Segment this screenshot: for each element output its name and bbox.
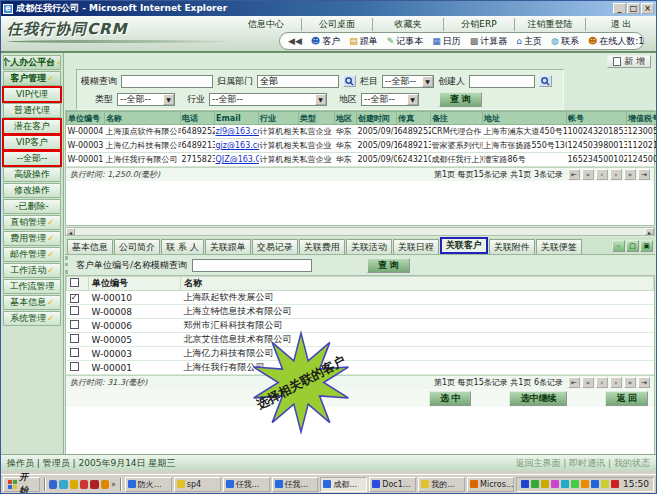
row-checkbox[interactable] [70,362,79,371]
sidebar-item-workflow-mgmt[interactable]: 工作流管理 [3,279,61,294]
new-button[interactable]: 新 增 [607,55,651,68]
quicklaunch-desktop-icon[interactable] [70,480,78,489]
tab-related-orders[interactable]: 关联跟单 [205,239,251,254]
email-link[interactable]: zl9@163.com [215,125,259,139]
task-mydocs[interactable]: 我的... [418,477,465,492]
quicklaunch-overflow-icon[interactable]: » [111,480,116,489]
next-page-button[interactable]: › [610,377,622,388]
tray-icon[interactable] [521,480,529,488]
menu-erp[interactable]: 分销ERP [444,18,515,31]
horizontal-scrollbar[interactable]: ◂ ▸ [65,227,655,236]
last-page-button[interactable]: ⇥ [638,377,650,388]
customer-row[interactable]: W-00003 上海亿力科技有限公司 64892132 gjz@163.com … [67,139,657,153]
tab-related-notes[interactable]: 关联便签 [536,239,582,254]
sidebar-item-direct-sales[interactable]: 直销管理✓ [3,215,61,230]
col-header[interactable]: 类型 [299,112,335,125]
tab-contacts[interactable]: 联 系 人 [161,239,204,254]
status-links[interactable]: 返回主界面 | 即时通讯 | 我的状态 [515,457,650,470]
task-renwoxing-2[interactable]: 任我... [272,477,319,492]
menu-exit[interactable]: 退 出 [586,18,656,31]
prev-batch-button[interactable]: « [582,377,594,388]
type-select[interactable]: --全部--▼ [117,93,175,106]
tray-icon[interactable] [611,480,619,488]
sidebar-item-normal-agent[interactable]: 普通代理 [3,103,61,118]
email-link[interactable]: gjz@163.com [215,139,259,153]
row-checkbox[interactable] [70,334,79,343]
row-checkbox[interactable] [70,348,79,357]
quicklaunch-pen-icon[interactable] [101,480,109,489]
sub-query-button[interactable]: 查 询 [367,258,410,273]
col-header[interactable]: 地区 [335,112,357,125]
sidebar-item-system-mgmt[interactable]: 系统管理✓ [3,311,61,326]
creator-input[interactable] [469,75,535,88]
tab-company-profile[interactable]: 公司简介 [114,239,160,254]
col-header[interactable]: 名称 [105,112,181,125]
next-batch-button[interactable]: » [624,377,636,388]
col-header[interactable]: 单位编号 [67,112,105,125]
sidebar-item-work-activity[interactable]: 工作活动✓ [3,263,61,278]
col-header[interactable]: 备注 [431,112,483,125]
sidebar-item-vip-agent[interactable]: VIP代理 [3,87,61,102]
related-customer-row[interactable]: W-00008 上海立特信息技术有限公司 [67,305,654,319]
fuzzy-search-input[interactable] [121,75,213,88]
next-batch-button[interactable]: » [624,169,636,180]
row-checkbox-checked[interactable]: ✓ [70,294,79,303]
dept-input[interactable] [257,75,339,88]
menu-relogin[interactable]: 注销重登陆 [515,18,586,31]
menu-info-center[interactable]: 信息中心 [231,18,302,31]
col-header[interactable]: 地址 [483,112,567,125]
first-page-button[interactable]: ⇤ [568,377,580,388]
customer-row[interactable]: W-00001 上海任我行有限公司 27158230 QJZ@163.COM 计… [67,153,657,167]
panel-restore-button[interactable]: ▢ [626,240,639,252]
prev-batch-button[interactable]: « [582,169,594,180]
menu-company-desktop[interactable]: 公司桌面 [302,18,373,31]
sidebar-item-modify-ops[interactable]: 修改操作 [3,183,61,198]
toolbar-notepad[interactable]: ✎记事本 [387,35,424,48]
toolbar-contact[interactable]: ◍联系 [551,35,579,48]
select-continue-button[interactable]: 选中继续 [509,391,567,406]
sidebar-item-potential-customer[interactable]: 潜在客户 [3,119,61,134]
sidebar-item-mail-mgmt[interactable]: 邮件管理✓ [3,247,61,262]
tab-basic-info[interactable]: 基本信息 [67,239,113,254]
scroll-right-icon[interactable]: ▸ [645,228,654,235]
sidebar-item-basic-info[interactable]: 基本信息✓ [3,295,61,310]
tray-icon[interactable] [581,480,589,488]
industry-select[interactable]: --全部--▼ [209,93,327,106]
task-microsoft[interactable]: Micros... [467,477,514,492]
sidebar-item-personal-office[interactable]: 个人办公平台✓ [3,55,61,70]
toolbar-customer[interactable]: ☻客户 [311,35,340,48]
creator-lookup-icon[interactable] [539,75,552,87]
toolbar-online-count[interactable]: ☻在线人数:1 [588,35,644,48]
col-header[interactable]: 增值税号 [627,112,657,125]
last-page-button[interactable]: ⇥ [638,169,650,180]
menu-favorites[interactable]: 收藏夹 [373,18,444,31]
back-icon[interactable]: ◀◀ [288,37,302,46]
sidebar-item-vip-customer[interactable]: VIP客户 [3,135,61,150]
panel-minimize-button[interactable]: – [612,240,625,252]
quicklaunch-qq-icon[interactable] [80,480,88,489]
tab-transactions[interactable]: 交易记录 [252,239,298,254]
tab-related-attachments[interactable]: 关联附件 [489,239,535,254]
task-firewall[interactable]: 防火... [125,477,172,492]
sub-search-input[interactable] [192,259,312,272]
start-button[interactable]: 开始 [3,477,40,492]
col-header[interactable]: 行业 [259,112,299,125]
quicklaunch-media-icon[interactable] [90,480,98,489]
tray-icon[interactable] [561,480,569,488]
col-header[interactable]: 单位编号 [89,277,181,291]
toolbar-calculator[interactable]: ▩计算器 [470,35,508,48]
col-header[interactable]: Email [215,112,259,125]
prev-page-button[interactable]: ‹ [596,377,608,388]
email-link[interactable]: QJZ@163.COM [215,153,259,167]
scroll-left-icon[interactable]: ◂ [66,228,75,235]
column-select[interactable]: --全部--▼ [382,75,434,88]
related-customer-row[interactable]: ✓ W-00010 上海跃起软件发展公司 [67,291,654,305]
task-doc1[interactable]: Doc1... [369,477,416,492]
tray-icon[interactable] [591,480,599,488]
prev-page-button[interactable]: ‹ [596,169,608,180]
return-button[interactable]: 返 回 [605,391,648,406]
task-renwoxing-1[interactable]: 任我... [223,477,270,492]
col-header[interactable]: 电话 [181,112,215,125]
sidebar-item-all[interactable]: --全部-- [3,151,61,166]
row-checkbox[interactable] [70,320,79,329]
